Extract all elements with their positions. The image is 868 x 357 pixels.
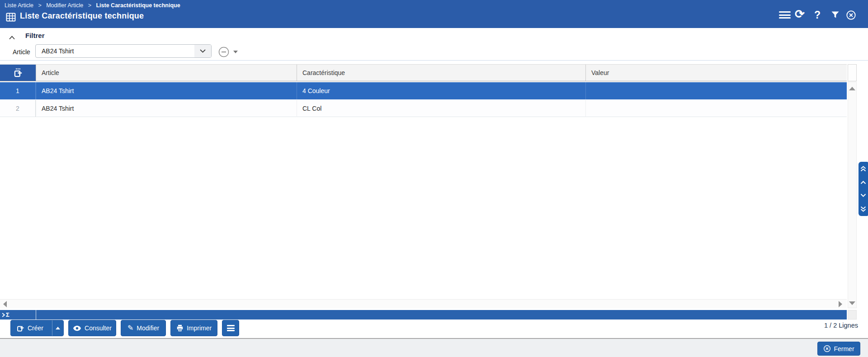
caret-up-icon	[56, 327, 60, 329]
totals-bar-divider	[36, 310, 36, 319]
article-combobox-value: AB24 Tshirt	[42, 45, 74, 57]
close-button-label: Fermer	[834, 345, 854, 352]
article-combobox[interactable]: AB24 Tshirt	[35, 44, 212, 58]
close-window-icon[interactable]	[846, 10, 856, 22]
table-grid-icon	[6, 12, 16, 22]
row-navigation-pill	[859, 162, 868, 216]
menu-icon	[227, 324, 235, 333]
horizontal-scrollbar[interactable]	[0, 299, 847, 308]
print-button-label: Imprimer	[187, 324, 212, 332]
refresh-icon[interactable]: ⟳	[795, 8, 805, 20]
pencil-icon: ✎	[127, 324, 133, 332]
article-field-label: Article	[13, 45, 30, 59]
filter-funnel-icon[interactable]	[830, 10, 840, 21]
print-button[interactable]: Imprimer	[170, 320, 217, 336]
go-first-icon[interactable]	[860, 166, 866, 172]
row-number: 1	[0, 82, 36, 99]
menu-icon[interactable]	[779, 11, 791, 19]
go-last-icon[interactable]	[860, 206, 866, 212]
sigma-label: Σ	[6, 311, 9, 318]
create-plus-icon	[16, 324, 24, 332]
view-button[interactable]: Consulter	[68, 320, 116, 336]
help-icon[interactable]: ?	[814, 9, 821, 21]
close-circle-icon	[823, 345, 831, 352]
create-dropdown-arrow[interactable]	[52, 320, 63, 336]
more-actions-button[interactable]	[222, 320, 239, 336]
cell-caracteristique: CL Col	[297, 100, 585, 117]
totals-bar: Σ	[0, 310, 847, 319]
breadcrumb-item-current: Liste Caractéristique technique	[96, 2, 180, 9]
footer-bar: Fermer	[0, 338, 868, 357]
chevron-down-icon[interactable]	[194, 45, 211, 57]
edit-button[interactable]: ✎ Modifier	[121, 320, 166, 336]
scroll-down-arrow-icon[interactable]	[849, 301, 855, 305]
column-header-article[interactable]: Article	[36, 65, 297, 81]
breadcrumb-separator: >	[88, 2, 91, 9]
cell-valeur	[585, 100, 847, 117]
page-title: Liste Caractéristique technique	[20, 11, 144, 21]
filter-section-title: Filtrer	[25, 32, 45, 39]
collapse-chevron-icon[interactable]	[9, 33, 15, 42]
close-button[interactable]: Fermer	[817, 342, 860, 356]
edit-button-label: Modifier	[137, 324, 159, 332]
app-window: Liste Article > Modifier Article > Liste…	[0, 0, 868, 357]
table-row-selected[interactable]: 1 AB24 Tshirt 4 Couleur	[0, 82, 847, 99]
create-button[interactable]: Créer	[10, 320, 64, 336]
filter-panel: Filtrer Article AB24 Tshirt	[0, 28, 868, 61]
view-button-label: Consulter	[85, 324, 112, 332]
go-previous-icon[interactable]	[860, 181, 866, 184]
printer-icon	[176, 324, 184, 332]
breadcrumb-item-modifier-article[interactable]: Modifier Article	[46, 2, 83, 9]
table-row[interactable]: 2 AB24 Tshirt CL Col	[0, 100, 847, 117]
scroll-left-arrow-icon[interactable]	[3, 301, 7, 307]
scroll-right-arrow-icon[interactable]	[839, 301, 842, 307]
create-button-label: Créer	[28, 324, 43, 332]
scroll-up-arrow-icon[interactable]	[849, 87, 855, 90]
row-count-label: 1 / 2 Lignes	[824, 322, 858, 329]
filter-options-caret-icon[interactable]	[233, 51, 238, 53]
breadcrumb: Liste Article > Modifier Article > Liste…	[5, 2, 180, 9]
chevron-right-icon	[2, 313, 5, 317]
cell-caracteristique: 4 Couleur	[297, 82, 585, 99]
column-header-valeur[interactable]: Valeur	[585, 65, 847, 81]
scrollbar-corner	[848, 310, 857, 319]
add-row-corner-button[interactable]	[0, 65, 36, 81]
scrollbar-header-spacer	[848, 64, 857, 81]
column-header-caracteristique[interactable]: Caractéristique	[297, 65, 585, 81]
clear-filter-minus-icon[interactable]	[218, 46, 230, 58]
cell-valeur	[585, 82, 847, 99]
cell-article: AB24 Tshirt	[36, 82, 297, 99]
row-number: 2	[0, 100, 36, 117]
cell-article: AB24 Tshirt	[36, 100, 297, 117]
breadcrumb-item-liste-article[interactable]: Liste Article	[5, 2, 33, 9]
eye-icon	[73, 325, 81, 331]
sigma-toggle[interactable]: Σ	[2, 310, 9, 319]
top-header: Liste Article > Modifier Article > Liste…	[0, 0, 868, 28]
vertical-scrollbar	[848, 64, 857, 308]
vertical-scrollbar-track[interactable]	[848, 82, 857, 308]
breadcrumb-separator: >	[38, 2, 41, 9]
go-next-icon[interactable]	[860, 193, 866, 197]
table-header-row: Article Caractéristique Valeur	[0, 64, 847, 81]
